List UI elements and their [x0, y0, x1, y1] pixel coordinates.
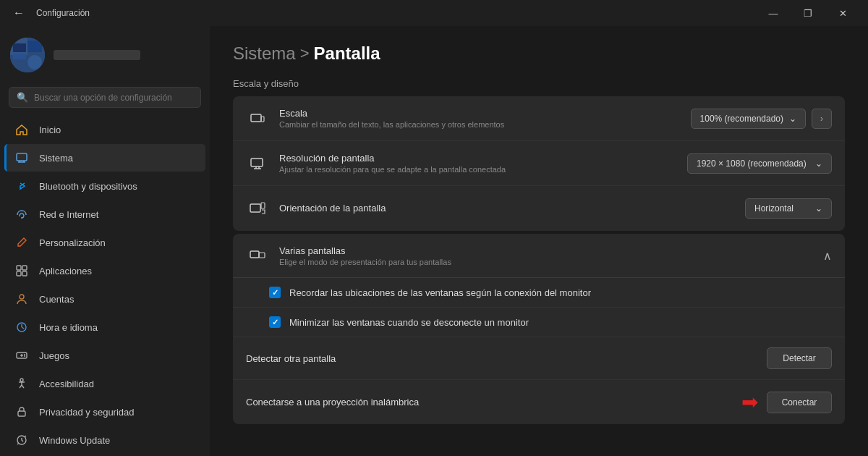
sub-row-minimizar: Minimizar las ventanas cuando se descone… — [233, 308, 845, 337]
hora-icon — [14, 320, 29, 334]
sidebar-profile — [0, 26, 210, 84]
escala-row: Escala Cambiar el tamaño del texto, las … — [233, 96, 845, 141]
sidebar-item-sistema[interactable]: Sistema — [4, 144, 205, 172]
svg-rect-35 — [250, 251, 259, 258]
orientacion-icon — [246, 197, 269, 220]
section-title: Escala y diseño — [233, 78, 845, 89]
sidebar-item-windows[interactable]: Windows Update — [4, 426, 205, 454]
chevron-down-icon: ⌄ — [789, 114, 796, 124]
svg-rect-27 — [251, 114, 261, 122]
svg-point-10 — [21, 217, 22, 219]
checkbox-recordar[interactable] — [269, 287, 281, 298]
sidebar-item-label-sistema: Sistema — [39, 153, 73, 164]
titlebar-left: ← Configuración — [9, 5, 90, 21]
titlebar-title: Configuración — [36, 8, 90, 18]
sidebar-item-personaliz[interactable]: Personalización — [4, 229, 205, 256]
varias-header[interactable]: Varias pantallas Elige el modo de presen… — [233, 234, 845, 278]
conectar-button[interactable]: Conectar — [767, 392, 832, 413]
varias-content: Varias pantallas Elige el modo de presen… — [279, 245, 823, 266]
escala-desc: Cambiar el tamaño del texto, las aplicac… — [279, 120, 691, 129]
sidebar-item-label-windows: Windows Update — [39, 435, 110, 446]
profile-name — [54, 50, 140, 60]
svg-rect-3 — [13, 54, 26, 59]
svg-line-18 — [22, 327, 24, 329]
sidebar-item-label-juegos: Juegos — [39, 350, 69, 361]
avatar-image — [10, 38, 45, 72]
search-box[interactable]: 🔍 — [9, 87, 201, 108]
sidebar-item-label-red: Red e Internet — [39, 209, 98, 220]
escala-dropdown[interactable]: 100% (recomendado) ⌄ — [691, 109, 806, 129]
windows-icon — [14, 433, 29, 447]
orientacion-row: Orientación de la pantalla Horizontal ⌄ — [233, 186, 845, 231]
sidebar-item-label-accesib: Accesibilidad — [39, 379, 94, 389]
sistema-icon — [14, 151, 29, 165]
apps-icon — [14, 263, 29, 278]
svg-rect-14 — [22, 271, 27, 276]
detectar-row: Detectar otra pantalla Detectar — [233, 337, 845, 380]
sidebar-item-apps[interactable]: Aplicaciones — [4, 257, 205, 284]
maximize-button[interactable]: ❐ — [791, 1, 825, 25]
sidebar: 🔍 Inicio Sistema Bluetooth y dispositivo… — [0, 26, 210, 456]
escala-control: 100% (recomendado) ⌄ › — [691, 109, 832, 129]
sidebar-item-juegos[interactable]: Juegos — [4, 342, 205, 369]
close-button[interactable]: ✕ — [826, 1, 859, 25]
varias-icon — [246, 244, 269, 267]
juegos-icon — [14, 348, 29, 363]
minimizar-label: Minimizar las ventanas cuando se descone… — [289, 317, 529, 328]
resolucion-row: Resolución de pantalla Ajustar la resolu… — [233, 141, 845, 186]
svg-rect-33 — [250, 204, 260, 212]
svg-point-15 — [20, 295, 24, 299]
detectar-button[interactable]: Detectar — [767, 347, 832, 369]
sidebar-item-label-inicio: Inicio — [39, 124, 61, 135]
sidebar-item-hora[interactable]: Hora e idioma — [4, 313, 205, 341]
sidebar-item-accesib[interactable]: Accesibilidad — [4, 370, 205, 397]
varias-pantallas-card: Varias pantallas Elige el modo de presen… — [233, 234, 845, 424]
svg-rect-11 — [17, 266, 21, 270]
resolucion-title: Resolución de pantalla — [279, 153, 687, 164]
orientacion-dropdown[interactable]: Horizontal ⌄ — [745, 198, 832, 219]
back-icon[interactable]: ← — [9, 5, 29, 21]
sidebar-item-label-privacidad: Privacidad y seguridad — [39, 407, 135, 418]
svg-rect-2 — [13, 43, 26, 52]
breadcrumb-separator: > — [300, 44, 310, 63]
svg-point-5 — [27, 55, 42, 69]
sidebar-item-label-bluetooth: Bluetooth y dispositivos — [39, 181, 137, 192]
breadcrumb-parent[interactable]: Sistema — [233, 43, 296, 64]
sidebar-item-red[interactable]: Red e Internet — [4, 200, 205, 228]
sidebar-item-inicio[interactable]: Inicio — [4, 116, 205, 143]
search-icon: 🔍 — [17, 92, 28, 103]
settings-card-scale-design: Escala Cambiar el tamaño del texto, las … — [233, 96, 845, 231]
svg-rect-13 — [17, 271, 21, 276]
main-layout: 🔍 Inicio Sistema Bluetooth y dispositivo… — [0, 26, 868, 456]
sidebar-item-label-cuentas: Cuentas — [39, 294, 74, 305]
escala-icon — [246, 107, 269, 130]
svg-rect-29 — [251, 159, 263, 166]
checkbox-minimizar[interactable] — [269, 316, 281, 328]
svg-point-24 — [20, 379, 23, 381]
red-icon — [14, 207, 29, 221]
svg-point-23 — [24, 355, 25, 357]
svg-rect-25 — [18, 411, 25, 416]
resolucion-dropdown[interactable]: 1920 × 1080 (recomendada) ⌄ — [687, 153, 832, 174]
svg-point-22 — [24, 354, 25, 355]
orientacion-title: Orientación de la pantalla — [279, 203, 745, 214]
breadcrumb-current: Pantalla — [314, 43, 380, 64]
sidebar-item-privacidad[interactable]: Privacidad y seguridad — [4, 398, 205, 426]
personaliz-icon — [14, 235, 29, 250]
breadcrumb: Sistema > Pantalla — [233, 43, 845, 64]
sidebar-item-cuentas[interactable]: Cuentas — [4, 285, 205, 313]
escala-arrow[interactable]: › — [812, 109, 832, 129]
minimize-button[interactable]: — — [757, 1, 790, 25]
nav-list: Inicio Sistema Bluetooth y dispositivos … — [0, 115, 210, 455]
sidebar-item-bluetooth[interactable]: Bluetooth y dispositivos — [4, 172, 205, 200]
sidebar-item-label-hora: Hora e idioma — [39, 322, 98, 333]
resolucion-desc: Ajustar la resolución para que se adapte… — [279, 165, 687, 174]
svg-rect-36 — [259, 253, 265, 258]
resolucion-icon — [246, 152, 269, 175]
search-input[interactable] — [34, 93, 193, 103]
cuentas-icon — [14, 292, 29, 306]
chevron-down-icon: ⌄ — [815, 203, 822, 214]
bluetooth-icon — [14, 179, 29, 193]
red-arrow-icon: ➡ — [741, 390, 758, 414]
svg-rect-12 — [22, 266, 27, 270]
